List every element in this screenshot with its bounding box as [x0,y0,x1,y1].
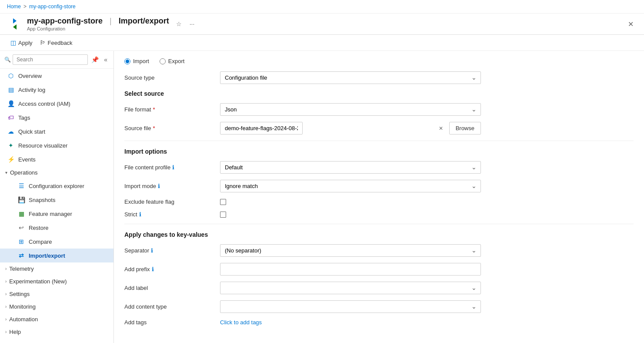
sidebar-section-automation-label: Automation [9,316,38,323]
sidebar-section-experimentation[interactable]: › Experimentation (New) [0,275,113,288]
sidebar-section-monitoring[interactable]: › Monitoring [0,300,113,313]
sidebar-section-help[interactable]: › Help [0,326,113,338]
sidebar-item-events[interactable]: ⚡ Events [0,152,113,166]
breadcrumb-resource[interactable]: my-app-config-store [29,3,76,10]
source-file-row: Source file * ✕ Browse [124,122,634,135]
exclude-feature-flag-checkbox[interactable] [220,199,226,205]
sidebar-item-tags[interactable]: 🏷 Tags [0,111,113,124]
search-input[interactable] [13,54,88,65]
tags-icon: 🏷 [7,114,15,121]
strict-checkbox[interactable] [220,212,226,218]
divider-2 [124,224,634,224]
import-export-radio-group: Import Export [124,58,634,64]
collapse-button[interactable]: « [102,55,109,64]
select-source-heading: Select source [124,90,634,97]
divider-1 [124,141,634,141]
sidebar-section-telemetry[interactable]: › Telemetry [0,262,113,275]
more-options-button[interactable]: ··· [188,20,197,28]
sidebar-section-operations[interactable]: ▾ Operations [0,166,113,179]
feedback-label: Feedback [48,40,73,46]
experimentation-chevron: › [5,279,7,284]
sidebar-item-overview[interactable]: ⬡ Overview [0,69,113,83]
add-prefix-info-icon[interactable]: ℹ [152,266,154,272]
automation-chevron: › [5,317,7,322]
import-radio-text: Import [133,58,149,64]
separator-select[interactable]: (No separator) . , ; - _ __ / : [220,244,481,257]
source-file-control: ✕ Browse [220,122,481,135]
source-type-select[interactable]: Configuration file App Configuration Azu… [220,71,481,84]
sidebar-item-restore[interactable]: ↩ Restore [0,221,113,235]
add-label-control [220,282,481,294]
exclude-feature-flag-row: Exclude feature flag [124,198,634,205]
pin-button[interactable]: 📌 [90,55,100,64]
sidebar-section-settings[interactable]: › Settings [0,288,113,300]
config-explorer-icon: ☰ [17,182,25,190]
sidebar-label-activity-log: Activity log [18,87,107,93]
import-options-heading: Import options [124,148,634,155]
feedback-button[interactable]: 🏳 Feedback [36,37,76,48]
import-export-nav-icon: ⇄ [17,252,25,259]
add-label-select[interactable] [220,282,481,294]
sidebar-section-experimentation-label: Experimentation (New) [9,278,67,285]
separator-row: Separator ℹ (No separator) . , ; - _ __ … [124,244,634,257]
sidebar-label-quick-start: Quick start [18,128,107,135]
sidebar-label-feature-manager: Feature manager [29,211,107,217]
sidebar-label-config-explorer: Configuration explorer [29,183,107,189]
separator-info-icon[interactable]: ℹ [151,247,153,254]
source-file-input[interactable] [220,122,303,135]
strict-info-icon[interactable]: ℹ [139,211,141,218]
file-clear-button[interactable]: ✕ [439,125,443,131]
sidebar-item-compare[interactable]: ⊞ Compare [0,235,113,249]
browse-button[interactable]: Browse [449,122,481,135]
sidebar-item-configuration-explorer[interactable]: ☰ Configuration explorer [0,179,113,193]
activity-log-icon: ▤ [7,86,15,94]
feature-manager-icon: ▦ [17,210,25,218]
header-separator: | [110,17,112,26]
sidebar-section-operations-label: Operations [10,169,38,176]
import-mode-row: Import mode ℹ Ignore match All [124,180,634,192]
import-radio[interactable] [124,58,130,64]
add-label-label: Add label [124,285,220,291]
sidebar-section-automation[interactable]: › Automation [0,313,113,326]
exclude-feature-flag-control [220,199,226,205]
file-content-profile-select[interactable]: Default KVSet [220,161,481,174]
import-mode-select[interactable]: Ignore match All [220,180,481,192]
add-content-type-label: Add content type [124,303,220,310]
page-subtitle: App Configuration [27,26,169,31]
import-export-icon [13,18,17,30]
sidebar-item-quick-start[interactable]: ☁ Quick start [0,124,113,138]
sidebar-item-import-export[interactable]: ⇄ Import/export [0,249,113,262]
breadcrumb-home[interactable]: Home [7,3,21,10]
apply-label: Apply [18,40,33,46]
close-button[interactable]: ✕ [624,18,637,30]
add-tags-link[interactable]: Click to add tags [220,319,262,326]
resource-visualizer-icon: ✦ [7,141,15,149]
import-radio-label[interactable]: Import [124,58,149,64]
breadcrumb-sep1: > [23,3,27,10]
file-content-profile-info-icon[interactable]: ℹ [172,164,174,171]
sidebar-item-activity-log[interactable]: ▤ Activity log [0,83,113,97]
strict-row: Strict ℹ [124,211,634,218]
sidebar-section-monitoring-label: Monitoring [9,303,36,310]
apply-button[interactable]: ◫ Apply [7,37,36,48]
sidebar-label-compare: Compare [29,239,107,245]
export-radio-label[interactable]: Export [160,58,185,64]
file-format-select[interactable]: Json Yaml Properties [220,103,481,116]
sidebar: 🔍 📌 « ⬡ Overview ▤ Activity log 👤 Access… [0,51,114,343]
sidebar-item-resource-visualizer[interactable]: ✦ Resource visualizer [0,138,113,152]
sidebar-search-bar: 🔍 📌 « [0,51,113,69]
import-mode-info-icon[interactable]: ℹ [158,183,160,189]
sidebar-item-snapshots[interactable]: 💾 Snapshots [0,193,113,207]
file-format-label: File format * [124,106,220,113]
add-content-type-select[interactable] [220,300,481,313]
favorite-button[interactable]: ☆ [174,20,184,28]
sidebar-item-access-control[interactable]: 👤 Access control (IAM) [0,97,113,111]
add-tags-label: Add tags [124,319,220,326]
add-prefix-row: Add prefix ℹ [124,263,634,276]
export-radio[interactable] [160,58,166,64]
add-prefix-input[interactable] [220,263,481,276]
sidebar-item-feature-manager[interactable]: ▦ Feature manager [0,207,113,221]
separator-label: Separator ℹ [124,247,220,254]
search-icon: 🔍 [4,57,11,63]
source-type-row: Source type Configuration file App Confi… [124,71,634,84]
